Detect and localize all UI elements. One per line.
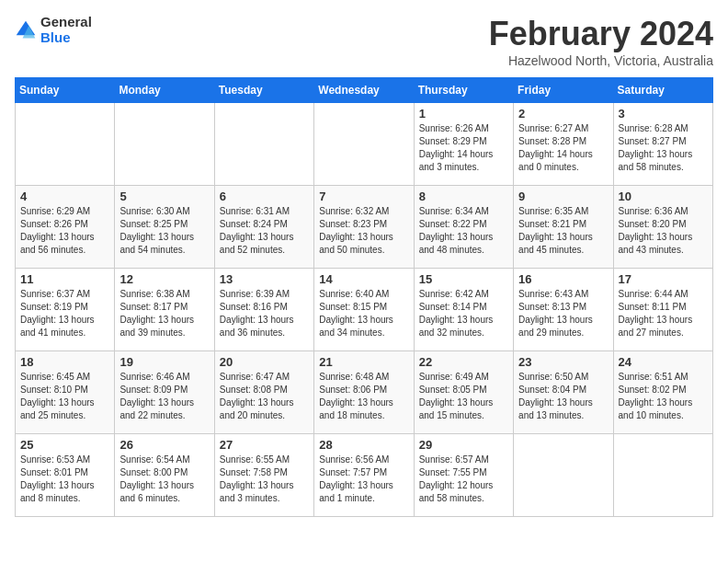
- calendar-cell: [613, 434, 712, 517]
- day-number: 27: [220, 438, 309, 452]
- calendar-cell: 12Sunrise: 6:38 AM Sunset: 8:17 PM Dayli…: [115, 269, 214, 351]
- day-info: Sunrise: 6:36 AM Sunset: 8:20 PM Dayligh…: [619, 205, 708, 257]
- week-row-5: 25Sunrise: 6:53 AM Sunset: 8:01 PM Dayli…: [16, 434, 713, 517]
- calendar-cell: 6Sunrise: 6:31 AM Sunset: 8:24 PM Daylig…: [214, 186, 313, 269]
- day-info: Sunrise: 6:56 AM Sunset: 7:57 PM Dayligh…: [319, 454, 408, 505]
- calendar-cell: [16, 103, 115, 186]
- calendar-cell: 5Sunrise: 6:30 AM Sunset: 8:25 PM Daylig…: [115, 186, 214, 269]
- day-info: Sunrise: 6:38 AM Sunset: 8:17 PM Dayligh…: [119, 288, 209, 339]
- day-number: 26: [119, 438, 209, 452]
- day-info: Sunrise: 6:31 AM Sunset: 8:24 PM Dayligh…: [220, 205, 309, 257]
- calendar-cell: 16Sunrise: 6:43 AM Sunset: 8:13 PM Dayli…: [514, 269, 613, 351]
- day-info: Sunrise: 6:32 AM Sunset: 8:23 PM Dayligh…: [319, 205, 408, 257]
- day-number: 4: [20, 190, 109, 203]
- header-day-thursday: Thursday: [414, 78, 513, 103]
- calendar-cell: 2Sunrise: 6:27 AM Sunset: 8:28 PM Daylig…: [514, 103, 613, 186]
- day-info: Sunrise: 6:55 AM Sunset: 7:58 PM Dayligh…: [220, 454, 309, 505]
- calendar-header: SundayMondayTuesdayWednesdayThursdayFrid…: [16, 78, 713, 103]
- day-number: 24: [619, 355, 708, 369]
- day-info: Sunrise: 6:43 AM Sunset: 8:13 PM Dayligh…: [518, 288, 608, 339]
- calendar-cell: 1Sunrise: 6:26 AM Sunset: 8:29 PM Daylig…: [414, 103, 513, 186]
- calendar-cell: 21Sunrise: 6:48 AM Sunset: 8:06 PM Dayli…: [314, 351, 414, 434]
- day-number: 17: [619, 272, 708, 286]
- day-info: Sunrise: 6:57 AM Sunset: 7:55 PM Dayligh…: [419, 454, 508, 505]
- week-row-1: 1Sunrise: 6:26 AM Sunset: 8:29 PM Daylig…: [16, 103, 713, 186]
- week-row-3: 11Sunrise: 6:37 AM Sunset: 8:19 PM Dayli…: [16, 269, 713, 351]
- day-number: 8: [419, 190, 508, 203]
- day-number: 28: [319, 438, 408, 452]
- day-number: 21: [319, 355, 408, 369]
- day-info: Sunrise: 6:46 AM Sunset: 8:09 PM Dayligh…: [119, 371, 209, 422]
- day-number: 15: [419, 272, 508, 286]
- day-number: 12: [119, 272, 209, 286]
- day-info: Sunrise: 6:27 AM Sunset: 8:28 PM Dayligh…: [518, 122, 608, 174]
- header-day-wednesday: Wednesday: [314, 78, 414, 103]
- header-day-saturday: Saturday: [613, 78, 712, 103]
- day-number: 19: [119, 355, 209, 369]
- month-title: February 2024: [489, 15, 713, 53]
- calendar-cell: 7Sunrise: 6:32 AM Sunset: 8:23 PM Daylig…: [314, 186, 414, 269]
- calendar-cell: [214, 103, 313, 186]
- day-info: Sunrise: 6:53 AM Sunset: 8:01 PM Dayligh…: [20, 454, 109, 505]
- header-row: SundayMondayTuesdayWednesdayThursdayFrid…: [16, 78, 713, 103]
- calendar-cell: 29Sunrise: 6:57 AM Sunset: 7:55 PM Dayli…: [414, 434, 513, 517]
- calendar-cell: 24Sunrise: 6:51 AM Sunset: 8:02 PM Dayli…: [613, 351, 712, 434]
- day-info: Sunrise: 6:40 AM Sunset: 8:15 PM Dayligh…: [319, 288, 408, 339]
- calendar-cell: 19Sunrise: 6:46 AM Sunset: 8:09 PM Dayli…: [115, 351, 214, 434]
- calendar-cell: 15Sunrise: 6:42 AM Sunset: 8:14 PM Dayli…: [414, 269, 513, 351]
- day-number: 2: [518, 107, 608, 121]
- logo: General Blue: [15, 15, 92, 45]
- header-day-tuesday: Tuesday: [214, 78, 313, 103]
- day-info: Sunrise: 6:26 AM Sunset: 8:29 PM Dayligh…: [419, 122, 508, 174]
- week-row-4: 18Sunrise: 6:45 AM Sunset: 8:10 PM Dayli…: [16, 351, 713, 434]
- calendar-cell: 14Sunrise: 6:40 AM Sunset: 8:15 PM Dayli…: [314, 269, 414, 351]
- calendar-cell: 8Sunrise: 6:34 AM Sunset: 8:22 PM Daylig…: [414, 186, 513, 269]
- calendar-cell: 27Sunrise: 6:55 AM Sunset: 7:58 PM Dayli…: [214, 434, 313, 517]
- day-number: 18: [20, 355, 109, 369]
- calendar-cell: [115, 103, 214, 186]
- title-block: February 2024 Hazelwood North, Victoria,…: [489, 15, 713, 68]
- header-day-sunday: Sunday: [16, 78, 115, 103]
- calendar-cell: 18Sunrise: 6:45 AM Sunset: 8:10 PM Dayli…: [16, 351, 115, 434]
- calendar-cell: 22Sunrise: 6:49 AM Sunset: 8:05 PM Dayli…: [414, 351, 513, 434]
- day-info: Sunrise: 6:39 AM Sunset: 8:16 PM Dayligh…: [220, 288, 309, 339]
- day-info: Sunrise: 6:49 AM Sunset: 8:05 PM Dayligh…: [419, 371, 508, 422]
- calendar-cell: 13Sunrise: 6:39 AM Sunset: 8:16 PM Dayli…: [214, 269, 313, 351]
- day-number: 7: [319, 190, 408, 203]
- day-info: Sunrise: 6:54 AM Sunset: 8:00 PM Dayligh…: [119, 454, 209, 505]
- calendar-cell: 3Sunrise: 6:28 AM Sunset: 8:27 PM Daylig…: [613, 103, 712, 186]
- day-info: Sunrise: 6:51 AM Sunset: 8:02 PM Dayligh…: [619, 371, 708, 422]
- day-number: 10: [619, 190, 708, 203]
- calendar-cell: 20Sunrise: 6:47 AM Sunset: 8:08 PM Dayli…: [214, 351, 313, 434]
- day-info: Sunrise: 6:37 AM Sunset: 8:19 PM Dayligh…: [20, 288, 109, 339]
- location-subtitle: Hazelwood North, Victoria, Australia: [489, 53, 713, 68]
- logo-general-text: General: [40, 15, 92, 30]
- day-number: 13: [220, 272, 309, 286]
- calendar-cell: 28Sunrise: 6:56 AM Sunset: 7:57 PM Dayli…: [314, 434, 414, 517]
- day-number: 1: [419, 107, 508, 121]
- day-number: 6: [220, 190, 309, 203]
- day-info: Sunrise: 6:45 AM Sunset: 8:10 PM Dayligh…: [20, 371, 109, 422]
- day-info: Sunrise: 6:42 AM Sunset: 8:14 PM Dayligh…: [419, 288, 508, 339]
- day-info: Sunrise: 6:47 AM Sunset: 8:08 PM Dayligh…: [220, 371, 309, 422]
- day-info: Sunrise: 6:35 AM Sunset: 8:21 PM Dayligh…: [518, 205, 608, 257]
- header-day-monday: Monday: [115, 78, 214, 103]
- day-info: Sunrise: 6:29 AM Sunset: 8:26 PM Dayligh…: [20, 205, 109, 257]
- day-info: Sunrise: 6:34 AM Sunset: 8:22 PM Dayligh…: [419, 205, 508, 257]
- calendar-table: SundayMondayTuesdayWednesdayThursdayFrid…: [15, 77, 713, 517]
- calendar-cell: 25Sunrise: 6:53 AM Sunset: 8:01 PM Dayli…: [16, 434, 115, 517]
- calendar-cell: 4Sunrise: 6:29 AM Sunset: 8:26 PM Daylig…: [16, 186, 115, 269]
- calendar-cell: 9Sunrise: 6:35 AM Sunset: 8:21 PM Daylig…: [514, 186, 613, 269]
- day-info: Sunrise: 6:44 AM Sunset: 8:11 PM Dayligh…: [619, 288, 708, 339]
- day-number: 5: [119, 190, 209, 203]
- day-number: 14: [319, 272, 408, 286]
- calendar-cell: [314, 103, 414, 186]
- day-info: Sunrise: 6:48 AM Sunset: 8:06 PM Dayligh…: [319, 371, 408, 422]
- day-info: Sunrise: 6:28 AM Sunset: 8:27 PM Dayligh…: [619, 122, 708, 174]
- calendar-cell: [514, 434, 613, 517]
- day-number: 29: [419, 438, 508, 452]
- day-info: Sunrise: 6:50 AM Sunset: 8:04 PM Dayligh…: [518, 371, 608, 422]
- page-header: General Blue February 2024 Hazelwood Nor…: [15, 15, 713, 68]
- day-number: 25: [20, 438, 109, 452]
- day-number: 9: [518, 190, 608, 203]
